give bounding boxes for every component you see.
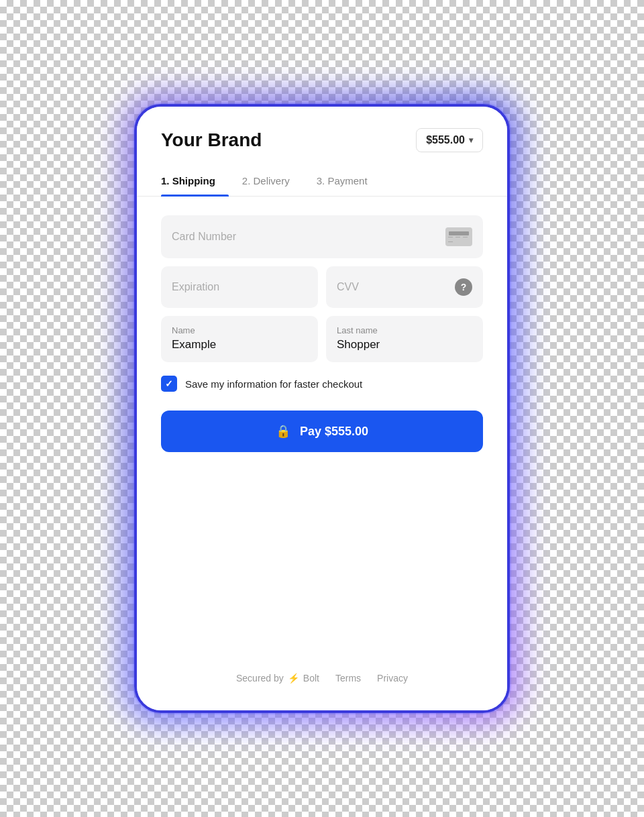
- card-number-field[interactable]: Card Number: [161, 215, 483, 258]
- price-amount: $555.00: [426, 134, 465, 146]
- expiration-field[interactable]: Expiration: [161, 266, 318, 308]
- privacy-link[interactable]: Privacy: [377, 673, 408, 684]
- terms-link[interactable]: Terms: [335, 673, 361, 684]
- save-info-label: Save my information for faster checkout: [185, 378, 362, 390]
- first-name-value: Example: [172, 338, 307, 351]
- checkout-modal: Your Brand $555.00 ▾ 1. Shipping 2. Deli…: [137, 107, 507, 710]
- first-name-field[interactable]: Name Example: [161, 316, 318, 362]
- brand-title: Your Brand: [161, 129, 262, 151]
- cvv-placeholder: CVV: [337, 281, 359, 293]
- first-name-label: Name: [172, 325, 307, 335]
- card-number-placeholder: Card Number: [172, 231, 236, 243]
- payment-form: Card Number Expiration CVV ?: [137, 197, 507, 651]
- expiry-cvv-row: Expiration CVV ?: [161, 266, 483, 308]
- name-fields-row: Name Example Last name Shopper: [161, 316, 483, 362]
- pay-button[interactable]: 🔒 Pay $555.00: [161, 411, 483, 452]
- tab-delivery[interactable]: 2. Delivery: [242, 166, 303, 196]
- last-name-value: Shopper: [337, 338, 472, 351]
- secured-prefix: Secured by: [236, 673, 284, 684]
- checkmark-icon: ✓: [165, 378, 173, 389]
- expiration-placeholder: Expiration: [172, 281, 219, 293]
- secured-by: Secured by ⚡ Bolt: [236, 673, 319, 684]
- bolt-icon: ⚡: [288, 673, 299, 684]
- credit-card-icon: [445, 227, 472, 246]
- last-name-field[interactable]: Last name Shopper: [326, 316, 483, 362]
- save-info-row: ✓ Save my information for faster checkou…: [161, 376, 483, 392]
- phone-frame: Your Brand $555.00 ▾ 1. Shipping 2. Deli…: [134, 104, 510, 713]
- tab-shipping[interactable]: 1. Shipping: [161, 166, 229, 196]
- price-dropdown[interactable]: $555.00 ▾: [416, 128, 483, 152]
- last-name-label: Last name: [337, 325, 472, 335]
- pay-button-label: Pay $555.00: [300, 425, 368, 439]
- bolt-label: Bolt: [303, 673, 319, 684]
- footer: Secured by ⚡ Bolt Terms Privacy: [137, 651, 507, 710]
- tabs-nav: 1. Shipping 2. Delivery 3. Payment: [137, 166, 507, 197]
- header: Your Brand $555.00 ▾: [137, 107, 507, 166]
- phone-container: Your Brand $555.00 ▾ 1. Shipping 2. Deli…: [134, 104, 510, 713]
- save-info-checkbox[interactable]: ✓: [161, 376, 177, 392]
- cvv-help-icon[interactable]: ?: [455, 278, 472, 296]
- lock-icon: 🔒: [276, 424, 290, 439]
- chevron-down-icon: ▾: [469, 135, 473, 145]
- tab-payment[interactable]: 3. Payment: [317, 166, 381, 196]
- cvv-field[interactable]: CVV ?: [326, 266, 483, 308]
